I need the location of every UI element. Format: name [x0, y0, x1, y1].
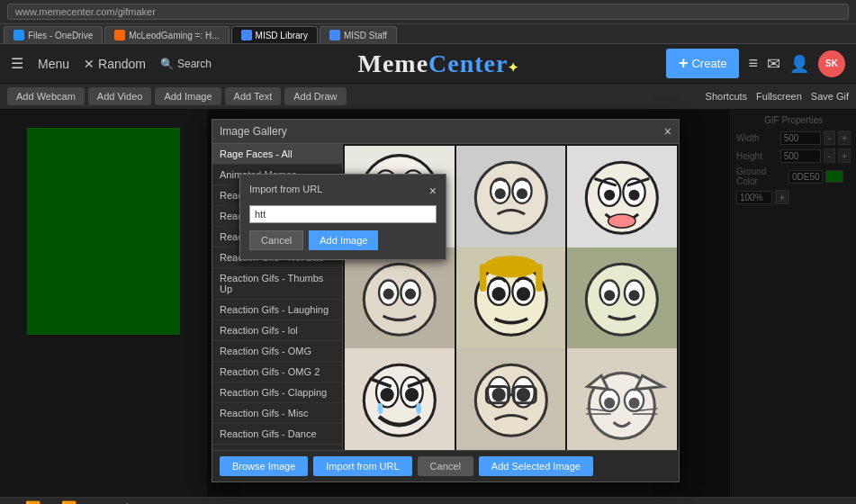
image-cell-9[interactable]	[567, 348, 677, 450]
timeline-controls: ⏮ ⏪ ▶ ⏩ ⏭ 👁 🔒	[0, 498, 856, 504]
plus-icon: +	[679, 54, 689, 73]
image-cell-8[interactable]	[456, 348, 566, 450]
save-gif-link[interactable]: Save Gif	[811, 91, 849, 102]
toolbar-right: Shortcuts Fullscreen Save Gif	[706, 91, 849, 102]
hamburger-icon[interactable]: ☰	[11, 55, 23, 72]
dialog-title-bar: Image Gallery ×	[212, 120, 679, 144]
category-item-thumbsup[interactable]: Reaction Gifs - Thumbs Up	[212, 268, 342, 300]
avatar[interactable]: SK	[818, 50, 845, 77]
image-cell-3[interactable]	[567, 146, 677, 256]
timeline-end-btn[interactable]: ⏭	[82, 500, 95, 504]
import-url-title: Import from URL ×	[249, 184, 437, 198]
category-item-dance2[interactable]: Reaction Gifs - Dance 2	[212, 445, 342, 450]
svg-point-23	[383, 288, 394, 299]
toolbar: Add Webcam Add Video Add Image Add Text …	[0, 84, 856, 110]
search-icon: 🔍	[160, 58, 174, 70]
browser-tabs: Files - OneDrive McLeodGaming =: H... MI…	[0, 24, 856, 44]
menu-lines-icon[interactable]: ≡	[748, 54, 758, 73]
timeline-play-btn[interactable]: ▶	[46, 500, 56, 504]
category-item-rage-faces[interactable]: Rage Faces - All	[212, 144, 342, 165]
cancel-dialog-button[interactable]: Cancel	[418, 456, 473, 476]
svg-point-51	[517, 388, 530, 401]
add-text-button[interactable]: Add Text	[225, 87, 282, 105]
svg-point-46	[416, 403, 421, 414]
dialog-footer: Browse Image Import from URL Cancel Add …	[212, 450, 679, 482]
svg-point-36	[604, 290, 615, 301]
category-item-laughing[interactable]: Reaction Gifs - Laughing	[212, 300, 342, 320]
svg-rect-32	[480, 264, 487, 291]
create-button[interactable]: + Create	[666, 49, 740, 78]
add-image-button[interactable]: Add Image	[155, 87, 221, 105]
mail-icon[interactable]: ✉	[767, 54, 780, 74]
image-cell-2[interactable]	[456, 146, 566, 256]
import-url-close-button[interactable]: ×	[429, 184, 437, 198]
category-item-clapping[interactable]: Reaction Gifs - Clapping	[212, 382, 342, 403]
random-link[interactable]: ✕ Random	[84, 57, 146, 71]
dialog-close-button[interactable]: ×	[664, 124, 671, 139]
import-cancel-button[interactable]: Cancel	[249, 230, 303, 250]
logo-area: MemeCenter✦	[212, 50, 666, 78]
image-cell-6[interactable]	[567, 248, 677, 357]
tab-misd-staff[interactable]: MISD Staff	[320, 26, 397, 43]
svg-point-30	[483, 256, 538, 277]
users-icon[interactable]: 👤	[789, 54, 809, 74]
timeline: ⏮ ⏪ ▶ ⏩ ⏭ 👁 🔒 Text Field (0) 65 70 75 80…	[0, 497, 856, 504]
import-url-input[interactable]	[249, 205, 437, 223]
tab-misd-library[interactable]: MISD Library	[231, 26, 318, 43]
svg-point-42	[405, 388, 419, 401]
svg-point-15	[604, 190, 615, 201]
svg-point-33	[587, 264, 658, 335]
image-cell-4[interactable]	[345, 248, 455, 357]
search-area[interactable]: 🔍 Search	[160, 58, 212, 70]
tab-files-onedrive[interactable]: Files - OneDrive	[4, 26, 103, 43]
browse-image-button[interactable]: Browse Image	[220, 456, 308, 476]
svg-point-28	[491, 287, 505, 301]
timeline-next-btn[interactable]: ⏩	[61, 500, 77, 504]
browser-url: www.memecenter.com/gifmaker	[7, 4, 849, 20]
app-header: ☰ Menu ✕ Random 🔍 Search MemeCenter✦ + C…	[0, 44, 856, 84]
tab-mcleod[interactable]: McLeodGaming =: H...	[104, 26, 229, 43]
svg-point-11	[517, 188, 527, 199]
add-webcam-button[interactable]: Add Webcam	[7, 87, 85, 105]
category-item-omg2[interactable]: Reaction Gifs - OMG 2	[212, 362, 342, 382]
header-left: ☰ Menu ✕ Random 🔍 Search	[11, 55, 212, 72]
category-item-dance[interactable]: Reaction Gifs - Dance	[212, 424, 342, 445]
category-item-misc[interactable]: Reaction Gifs - Misc	[212, 403, 342, 424]
svg-point-7	[475, 162, 546, 233]
timeline-start-btn[interactable]: ⏮	[7, 500, 20, 504]
svg-point-16	[629, 190, 640, 201]
shortcuts-link[interactable]: Shortcuts	[706, 91, 747, 102]
import-add-button[interactable]: Add Image	[309, 230, 378, 250]
fullscreen-link[interactable]: Fullscreen	[756, 91, 802, 102]
menu-link[interactable]: Menu	[38, 57, 69, 71]
image-cell-7[interactable]	[345, 348, 455, 450]
timeline-prev-btn[interactable]: ⏪	[25, 500, 41, 504]
svg-point-24	[405, 288, 416, 299]
svg-point-50	[491, 388, 505, 401]
add-draw-button[interactable]: Add Draw	[284, 87, 346, 105]
svg-point-37	[629, 290, 640, 301]
add-selected-image-button[interactable]: Add Selected Image	[479, 456, 593, 476]
category-item-lol[interactable]: Reaction Gifs - lol	[212, 320, 342, 341]
browser-bar: www.memecenter.com/gifmaker	[0, 0, 856, 24]
svg-rect-31	[536, 264, 543, 291]
import-url-dialog: Import from URL × Cancel Add Image	[239, 174, 446, 260]
import-from-url-button[interactable]: Import from URL	[313, 456, 411, 476]
random-icon: ✕	[84, 57, 95, 71]
dialog-title: Image Gallery	[220, 125, 287, 138]
logo: MemeCenter✦	[357, 50, 519, 78]
image-cell-5[interactable]	[456, 248, 566, 357]
svg-point-19	[608, 214, 635, 228]
category-item-omg[interactable]: Reaction Gifs - OMG	[212, 341, 342, 362]
import-url-buttons: Cancel Add Image	[249, 230, 437, 250]
svg-point-45	[377, 403, 383, 414]
image-gallery-dialog: Image Gallery × Rage Faces - All Animate…	[212, 119, 680, 482]
svg-point-20	[364, 264, 435, 335]
svg-point-58	[604, 398, 615, 409]
svg-point-41	[381, 388, 394, 401]
main-area: GIF Properties Width - + Height - + Grou…	[0, 110, 856, 497]
svg-point-10	[494, 188, 505, 199]
add-video-button[interactable]: Add Video	[88, 87, 152, 105]
header-right: + Create ≡ ✉ 👤 SK	[666, 49, 845, 78]
svg-point-29	[517, 287, 530, 301]
